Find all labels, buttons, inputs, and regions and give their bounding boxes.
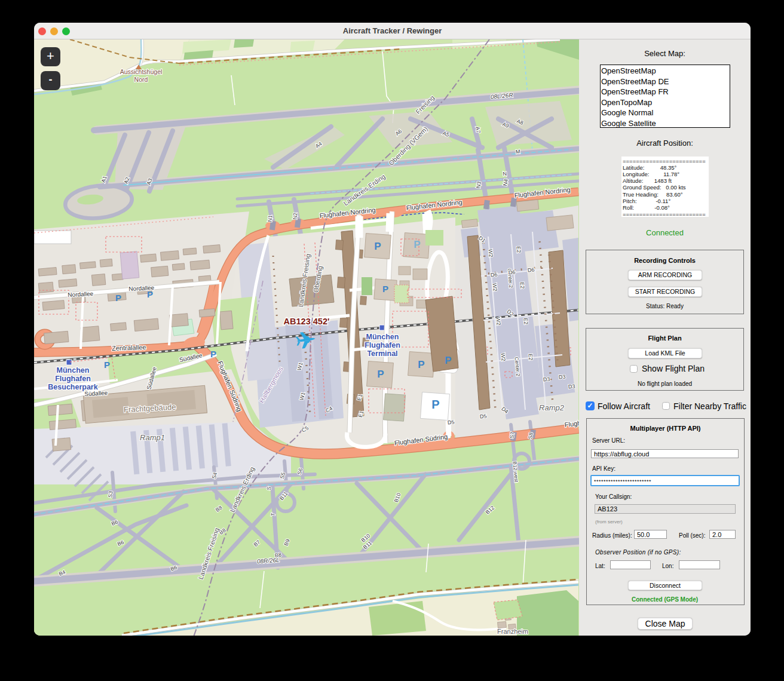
svg-text:P: P [414,239,420,250]
svg-text:N2: N2 [292,213,299,220]
svg-text:A7: A7 [474,126,482,134]
svg-text:Nordallee: Nordallee [68,290,94,298]
svg-text:S3: S3 [107,490,114,498]
svg-text:Flughafen: Flughafen [55,375,91,383]
svg-text:P: P [115,293,121,303]
svg-text:Zentralallee: Zentralallee [112,343,146,352]
svg-text:M: M [516,149,520,155]
svg-text:D6: D6 [508,269,515,275]
svg-text:N: N [503,171,507,177]
svg-text:P: P [445,355,451,366]
svg-text:S8: S8 [527,432,534,440]
svg-text:D3: D3 [568,383,575,389]
svg-text:Franzheim: Franzheim [497,628,528,635]
svg-text:S7: S7 [509,431,516,439]
svg-text:D6: D6 [527,266,534,273]
svg-text:E2: E2 [516,246,522,253]
svg-text:Ramp1: Ramp1 [140,433,165,442]
svg-text:W2: W2 [487,249,494,257]
svg-text:P: P [431,398,439,411]
svg-text:P: P [104,360,110,370]
svg-text:N3: N3 [475,181,482,189]
svg-text:D5: D5 [479,413,486,419]
svg-text:D3: D3 [558,373,565,380]
svg-text:P: P [418,359,424,370]
svg-text:München: München [366,333,399,341]
svg-text:N4: N4 [502,179,509,186]
svg-text:Terminal: Terminal [367,349,397,358]
svg-text:München: München [57,366,90,375]
svg-text:P: P [377,369,384,380]
svg-text:D6: D6 [490,271,497,278]
svg-text:P: P [210,349,216,359]
svg-text:W2: W2 [500,353,506,361]
svg-text:E2: E2 [528,354,534,361]
svg-text:P: P [147,289,153,299]
svg-text:D5: D5 [447,419,454,425]
svg-text:P: P [374,241,381,252]
svg-text:Besucherpark: Besucherpark [48,383,97,391]
svg-text:E2: E2 [519,282,526,289]
svg-text:N1: N1 [267,215,274,222]
svg-text:W2: W2 [495,317,501,326]
svg-text:E2: E2 [523,318,529,325]
svg-text:P: P [382,284,388,294]
svg-text:D3: D3 [543,376,550,382]
svg-text:Flughafen: Flughafen [365,341,400,349]
svg-text:AB123 452': AB123 452' [284,317,330,326]
svg-text:Ramp2: Ramp2 [539,403,565,412]
svg-text:W2: W2 [491,283,498,292]
svg-text:Nord: Nord [134,76,148,83]
